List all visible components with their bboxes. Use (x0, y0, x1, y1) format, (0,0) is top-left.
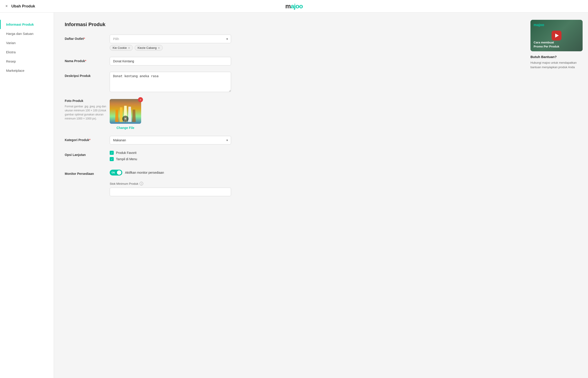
logo: majoo (285, 3, 303, 10)
stok-minimum-outer-label (65, 182, 110, 184)
change-file-link[interactable]: Change File (110, 126, 141, 130)
video-logo: majoo (534, 23, 544, 27)
kategori-produk-select[interactable]: Makanan (110, 136, 231, 144)
page-title: Ubah Produk (12, 4, 35, 9)
monitor-persediaan-field: ON Aktifkan monitor persediaan (110, 170, 231, 176)
kategori-produk-label: Kategori Produk* (65, 136, 110, 142)
kategori-produk-select-wrapper: Makanan (110, 136, 231, 144)
close-button[interactable]: × (5, 4, 8, 9)
foto-remove-button[interactable]: × (138, 97, 143, 102)
tag-kiezie-cabang: Kiezie Cabang × (135, 45, 163, 51)
help-title: Butuh Bantuan? (530, 55, 583, 59)
video-thumb-text: Cara membuatPromo Per Produk (534, 40, 559, 49)
sidebar-label-ekstra: Ekstra (6, 50, 16, 54)
tag-kiezie-cabang-label: Kiezie Cabang (138, 46, 157, 50)
glass-5 (132, 109, 136, 122)
daftar-outlet-row: Daftar Outlet* Pilih Kie Cookie × Kiezie… (65, 35, 514, 51)
foto-preview-wrapper: 👁 × (110, 99, 141, 124)
kategori-produk-row: Kategori Produk* Makanan (65, 136, 514, 144)
foto-eye-icon[interactable]: 👁 (122, 116, 128, 122)
monitor-persediaan-label: Monitor Persediaan (65, 170, 110, 176)
kategori-produk-field: Makanan (110, 136, 231, 144)
logo-m: m (285, 3, 291, 10)
sidebar-label-varian: Varian (6, 41, 15, 45)
produk-favorit-checkbox[interactable]: ✓ (110, 151, 114, 155)
logo-ajoo: ajoo (291, 3, 303, 10)
sidebar-label-marketplace: Marketplace (6, 69, 25, 72)
outlet-tags: Kie Cookie × Kiezie Cabang × (110, 45, 231, 51)
nama-produk-field (110, 57, 231, 66)
deskripsi-produk-field: Donat kentang aneka rasa (110, 72, 231, 93)
deskripsi-produk-label: Deskripsi Produk (65, 72, 110, 78)
foto-produk-field: 👁 × Change File (110, 99, 231, 130)
sidebar-item-marketplace[interactable]: Marketplace (0, 66, 54, 75)
stok-minimum-info-icon[interactable]: i (140, 182, 143, 185)
stok-minimum-input[interactable] (110, 188, 231, 196)
monitor-toggle-label: Aktifkan monitor persediaan (125, 171, 164, 174)
topbar: × Ubah Produk majoo (0, 0, 588, 13)
daftar-outlet-select[interactable]: Pilih (110, 35, 231, 43)
toggle-row: ON Aktifkan monitor persediaan (110, 170, 231, 176)
deskripsi-produk-row: Deskripsi Produk Donat kentang aneka ras… (65, 72, 514, 93)
monitor-persediaan-row: Monitor Persediaan ON Aktifkan monitor p… (65, 170, 514, 176)
opsi-lanjutan-field: ✓ Produk Favorit ✓ Tampil di Menu (110, 151, 231, 163)
sidebar: Informasi Produk Harga dan Satuan Varian… (0, 13, 54, 378)
daftar-outlet-label: Daftar Outlet* (65, 35, 110, 40)
foto-produk-label: Foto Produk (65, 99, 110, 103)
sidebar-item-varian[interactable]: Varian (0, 38, 54, 47)
nama-produk-label: Nama Produk* (65, 57, 110, 63)
right-panel: majoo Cara membuatPromo Per Produk Butuh… (525, 13, 588, 378)
deskripsi-produk-textarea[interactable]: Donat kentang aneka rasa (110, 72, 231, 92)
sidebar-item-informasi-produk[interactable]: Informasi Produk (0, 20, 54, 29)
tampil-di-menu-row: ✓ Tampil di Menu (110, 157, 231, 161)
foto-produk-desc: Format gambar .jpg .jpeg .png dan ukuran… (65, 104, 110, 121)
sidebar-label-harga-dan-satuan: Harga dan Satuan (6, 32, 34, 36)
main-content: Informasi Produk Daftar Outlet* Pilih Ki… (54, 13, 525, 378)
layout: Informasi Produk Harga dan Satuan Varian… (0, 13, 588, 378)
opsi-lanjutan-label: Opsi Lanjutan (65, 151, 110, 157)
tag-kie-cookie: Kie Cookie × (110, 45, 133, 51)
monitor-toggle[interactable]: ON (110, 170, 122, 176)
glass-1 (115, 109, 119, 122)
tag-kie-cookie-remove[interactable]: × (128, 46, 130, 50)
produk-favorit-label: Produk Favorit (116, 151, 136, 155)
stok-minimum-label: Stok Minimum Produk i (110, 182, 231, 185)
tampil-di-menu-checkbox[interactable]: ✓ (110, 157, 114, 161)
sidebar-label-resep: Resep (6, 59, 16, 63)
video-thumb: majoo Cara membuatPromo Per Produk (530, 20, 583, 51)
toggle-on-label: ON (112, 171, 115, 174)
sidebar-label-informasi-produk: Informasi Produk (6, 23, 34, 26)
play-button[interactable] (552, 31, 562, 40)
tag-kiezie-cabang-remove[interactable]: × (158, 46, 160, 50)
tag-kie-cookie-label: Kie Cookie (113, 46, 127, 50)
foto-produk-row: Foto Produk Format gambar .jpg .jpeg .pn… (65, 99, 514, 130)
video-card: majoo Cara membuatPromo Per Produk (530, 20, 583, 51)
sidebar-item-ekstra[interactable]: Ekstra (0, 47, 54, 57)
daftar-outlet-select-wrapper: Pilih (110, 35, 231, 43)
foto-preview: 👁 (110, 99, 141, 124)
stok-minimum-row: Stok Minimum Produk i (65, 182, 514, 196)
opsi-lanjutan-row: Opsi Lanjutan ✓ Produk Favorit ✓ Tampil … (65, 151, 514, 163)
stok-minimum-field: Stok Minimum Produk i (110, 182, 231, 196)
section-title: Informasi Produk (65, 22, 514, 27)
foto-produk-label-block: Foto Produk Format gambar .jpg .jpeg .pn… (65, 99, 110, 121)
sidebar-item-resep[interactable]: Resep (0, 57, 54, 66)
tampil-di-menu-label: Tampil di Menu (116, 157, 137, 161)
play-icon (555, 34, 559, 38)
nama-produk-row: Nama Produk* (65, 57, 514, 66)
toggle-knob (117, 170, 121, 175)
nama-produk-input[interactable] (110, 57, 231, 66)
help-desc: Hubungi majoo untuk mendapatkan bantuan … (530, 61, 583, 69)
daftar-outlet-field: Pilih Kie Cookie × Kiezie Cabang × (110, 35, 231, 51)
produk-favorit-row: ✓ Produk Favorit (110, 151, 231, 155)
sidebar-item-harga-dan-satuan[interactable]: Harga dan Satuan (0, 29, 54, 38)
